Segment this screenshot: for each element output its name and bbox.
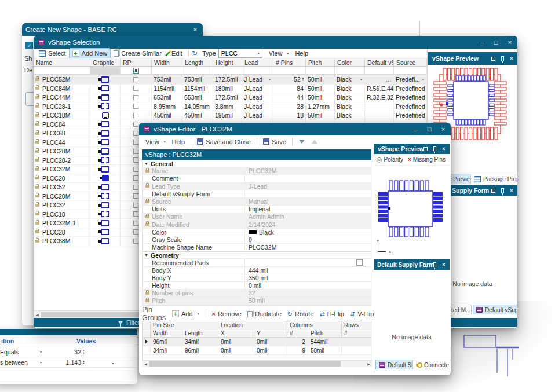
- property-value[interactable]: Manual: [245, 198, 371, 205]
- checkbox-icon[interactable]: [356, 259, 363, 266]
- maximize-icon[interactable]: □: [424, 124, 434, 134]
- pin-icon[interactable]: [498, 54, 506, 63]
- float-icon[interactable]: [421, 261, 429, 269]
- pin-cell[interactable]: [342, 346, 368, 354]
- arrow-down-icon[interactable]: [299, 140, 305, 144]
- chevron-down-icon[interactable]: [266, 76, 271, 83]
- filter-popup-titlebar[interactable]: [0, 329, 137, 335]
- condition-value[interactable]: 32: [49, 349, 81, 356]
- scrollbar-thumb[interactable]: [149, 361, 341, 367]
- save-button[interactable]: Save: [260, 135, 289, 148]
- checkbox-icon[interactable]: [133, 68, 139, 74]
- ellipsis-button[interactable]: …: [386, 76, 392, 83]
- minimize-icon[interactable]: –: [410, 124, 421, 134]
- close-icon[interactable]: ×: [507, 186, 516, 195]
- save-and-close-button[interactable]: Save and Close: [194, 135, 254, 148]
- view-menu[interactable]: View: [266, 49, 293, 58]
- table-row[interactable]: PLCC18M450mil450mil195milJ-Lead1850milBl…: [34, 111, 427, 120]
- pin-cell[interactable]: 50mil: [308, 346, 342, 354]
- column-header[interactable]: Height: [213, 58, 242, 66]
- h-flip-button[interactable]: ⇄H-Flip: [316, 308, 347, 320]
- pin-cell[interactable]: 2: [287, 338, 308, 346]
- rp-checkbox[interactable]: [133, 157, 138, 163]
- spinner-icon[interactable]: ▴▾: [302, 77, 304, 82]
- table-row[interactable]: PLCC28-18.95mm14.05mm3.8mmJ-Lead281.27mm…: [34, 102, 427, 112]
- add-new-button[interactable]: +Add New: [69, 48, 111, 58]
- default-supply-form-titlebar[interactable]: Default Supply Form ×: [374, 259, 450, 270]
- property-row[interactable]: Default vSupply Form: [143, 190, 371, 198]
- rp-checkbox[interactable]: [133, 149, 138, 154]
- pin-cell[interactable]: 34mil: [182, 338, 218, 346]
- column-header[interactable]: Graphic: [90, 58, 121, 66]
- pin-cell[interactable]: 96mil: [151, 338, 182, 346]
- column-header[interactable]: RP: [121, 58, 152, 66]
- shape-checkbox[interactable]: ✓: [25, 42, 33, 49]
- rotate-button[interactable]: ↻Rotate: [284, 308, 317, 320]
- create-new-shape-titlebar[interactable]: Create New Shape - BASE RC: [22, 23, 203, 36]
- duplicate-button[interactable]: Duplicate: [244, 308, 284, 320]
- property-value[interactable]: [245, 259, 371, 266]
- close-icon[interactable]: ×: [505, 38, 515, 47]
- table-row[interactable]: PLCC52M753mil753mil172.5milJ-Lead52▴▾50m…: [34, 75, 427, 85]
- rp-checkbox[interactable]: [133, 221, 138, 226]
- property-group-header[interactable]: ▼Geometry: [143, 251, 371, 259]
- column-header[interactable]: Default vS...: [365, 58, 394, 66]
- property-value[interactable]: [245, 190, 371, 197]
- filter-cell[interactable]: [34, 67, 90, 74]
- table-row[interactable]: PLCC84M1154mil1154mil180milJ-Lead8450mil…: [34, 85, 427, 94]
- row-selector[interactable]: [143, 338, 151, 346]
- property-row[interactable]: SourceManual: [143, 198, 371, 206]
- filter-cell[interactable]: [335, 67, 365, 74]
- property-value[interactable]: 0 mil: [245, 282, 371, 289]
- float-icon[interactable]: [421, 145, 429, 153]
- property-value[interactable]: [245, 175, 371, 182]
- column-header[interactable]: Pitch: [306, 58, 335, 66]
- collapse-icon[interactable]: ▼: [144, 253, 148, 257]
- property-row[interactable]: User NameAdmin Admin: [143, 213, 371, 221]
- refresh-icon[interactable]: ↻: [192, 50, 198, 57]
- property-row[interactable]: Pitch50 mil: [143, 297, 371, 305]
- filter-cell[interactable]: [182, 67, 213, 74]
- spinner-icon[interactable]: ▴▾: [83, 350, 84, 354]
- property-row[interactable]: Body Y350 mil: [143, 274, 371, 282]
- pin-cell[interactable]: 0mil: [254, 346, 287, 354]
- property-row[interactable]: NamePLCC32M: [143, 167, 371, 175]
- property-row[interactable]: UnitsImperial: [143, 206, 371, 213]
- property-row[interactable]: Date Modified2/14/2024: [143, 221, 371, 229]
- pin-group-row[interactable]: 34mil96mil0mil0mil950mil: [143, 346, 371, 355]
- polarity-icon[interactable]: ◎: [377, 156, 382, 163]
- property-value[interactable]: PLCC32M: [245, 167, 371, 174]
- select-button[interactable]: Select: [36, 49, 69, 58]
- remove-pin-group-button[interactable]: ×Remove: [209, 308, 244, 320]
- collapse-icon[interactable]: ▼: [144, 162, 148, 166]
- preview-panel-titlebar[interactable]: vShape Preview ×: [428, 52, 517, 65]
- property-group-header[interactable]: ▼General: [143, 160, 371, 167]
- tab-package-properties[interactable]: Package Prop...: [470, 174, 517, 184]
- property-value[interactable]: 0: [245, 236, 371, 243]
- chevron-down-icon[interactable]: [38, 349, 49, 356]
- property-row[interactable]: ColorBlack: [143, 229, 371, 236]
- property-value[interactable]: Admin Admin: [245, 213, 371, 220]
- column-header[interactable]: Lead: [242, 58, 273, 66]
- close-icon[interactable]: ×: [438, 124, 448, 134]
- property-value[interactable]: Imperial: [245, 206, 371, 213]
- property-row[interactable]: Body X444 mil: [143, 267, 371, 274]
- column-header[interactable]: Length: [182, 58, 213, 66]
- preview-panel-titlebar[interactable]: vShape Preview ×: [374, 144, 450, 154]
- pin-cell[interactable]: 9: [287, 346, 308, 354]
- scroll-right-icon[interactable]: ▶: [365, 361, 373, 367]
- column-header[interactable]: Color: [335, 58, 365, 66]
- rp-checkbox[interactable]: [133, 239, 138, 244]
- view-menu[interactable]: View: [143, 135, 169, 148]
- editor-titlebar[interactable]: vShape Editor - PLCC32M: [139, 123, 451, 135]
- close-icon[interactable]: ×: [440, 145, 448, 153]
- scroll-left-icon[interactable]: ◀: [142, 361, 149, 367]
- filter-cell[interactable]: [273, 67, 306, 74]
- property-value[interactable]: J-Lead: [245, 183, 371, 190]
- filter-cell[interactable]: [365, 67, 394, 74]
- rp-checkbox[interactable]: [133, 175, 138, 181]
- property-value[interactable]: 444 mil: [245, 267, 371, 274]
- filter-cell[interactable]: [306, 67, 335, 74]
- filter-cell[interactable]: [152, 67, 182, 74]
- add-pin-group-button[interactable]: +Add: [169, 308, 203, 320]
